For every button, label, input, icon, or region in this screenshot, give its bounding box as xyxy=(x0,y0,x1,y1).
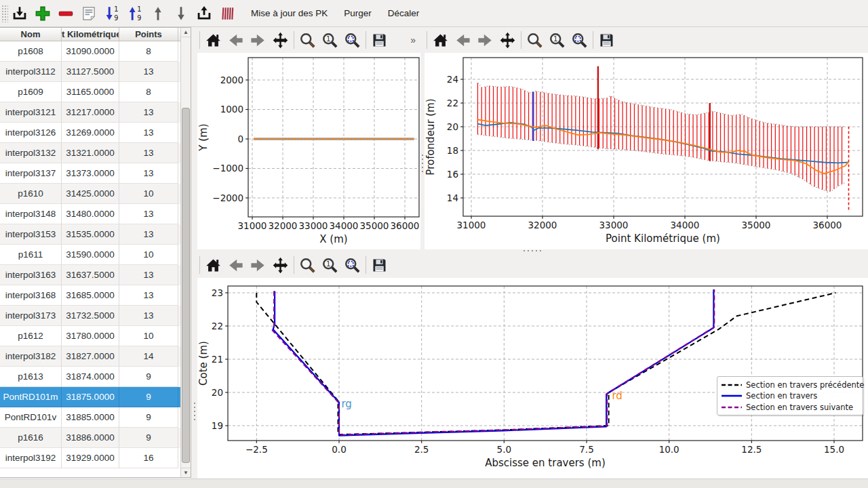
pan-icon[interactable] xyxy=(269,29,292,52)
table-row[interactable]: p161131590.000010 xyxy=(0,245,191,265)
section-bars xyxy=(477,83,842,191)
column-header-nom[interactable]: Nom xyxy=(0,28,62,41)
sort-asc-icon[interactable]: 19 xyxy=(123,2,146,25)
table-row[interactable]: p161331874.00009 xyxy=(0,367,191,387)
table-scrollbar[interactable]: ▲ ▼ xyxy=(180,28,191,477)
scrollbar-thumb[interactable] xyxy=(182,108,190,463)
table-cell: p1608 xyxy=(0,41,62,62)
zoom-rect-icon[interactable] xyxy=(341,29,363,52)
plot-toolbar-section: 1 xyxy=(197,252,868,278)
toolbar-overflow-chevron[interactable]: » xyxy=(410,35,415,45)
table-row[interactable]: interpol319231929.000016 xyxy=(0,448,191,468)
table-cell: 31480.0000 xyxy=(62,204,119,224)
table-row[interactable]: PontRD101m31875.00009 xyxy=(0,387,191,407)
svg-text:−1000: −1000 xyxy=(212,163,243,174)
stripes-icon[interactable] xyxy=(216,2,239,25)
column-header-points[interactable]: Points xyxy=(119,28,178,41)
table-cell: 31885.0000 xyxy=(62,407,119,428)
pan-icon[interactable] xyxy=(496,29,519,52)
toolbar-button-mise-a-jour-pk[interactable]: Mise à jour des PK xyxy=(243,2,336,25)
table-row[interactable]: interpol316331637.500013 xyxy=(0,265,191,285)
svg-text:1: 1 xyxy=(326,35,330,42)
svg-text:2.5: 2.5 xyxy=(414,444,429,455)
table-cell: 31217.0000 xyxy=(62,102,119,123)
table-row[interactable]: interpol318231827.000014 xyxy=(0,346,191,367)
home-icon[interactable] xyxy=(429,29,452,52)
table-row[interactable]: p161231780.000010 xyxy=(0,326,191,346)
table-cell: 31875.0000 xyxy=(62,387,119,407)
export-icon[interactable] xyxy=(193,2,216,25)
table-cell: 10 xyxy=(119,184,178,204)
home-icon[interactable] xyxy=(202,254,224,277)
toolbar-button-decaler[interactable]: Décaler xyxy=(380,2,428,25)
table-row[interactable]: p161631886.00009 xyxy=(0,428,191,448)
svg-text:0: 0 xyxy=(237,134,243,144)
back-icon[interactable] xyxy=(224,254,247,277)
zoom-icon[interactable] xyxy=(296,29,319,52)
zoom-one-icon[interactable]: 1 xyxy=(319,29,341,52)
zoom-rect-icon[interactable] xyxy=(568,29,591,52)
down-icon[interactable] xyxy=(170,2,193,25)
x-axis-label: Point Kilométrique (m) xyxy=(606,232,720,245)
zoom-one-icon[interactable]: 1 xyxy=(546,29,568,52)
back-icon[interactable] xyxy=(224,29,247,52)
table-row[interactable]: p161031425.000010 xyxy=(0,184,191,204)
zoom-icon[interactable] xyxy=(524,29,546,52)
table-row[interactable]: interpol317331732.500013 xyxy=(0,306,191,326)
table-row[interactable]: interpol315331535.000013 xyxy=(0,224,191,245)
table-row[interactable]: interpol316831685.000013 xyxy=(0,285,191,306)
table-cell: interpol3192 xyxy=(0,448,62,468)
forward-icon[interactable] xyxy=(247,254,269,277)
save-icon[interactable] xyxy=(595,29,618,52)
table-row[interactable]: p160831090.00008 xyxy=(0,41,191,62)
table-cell: 31827.0000 xyxy=(62,346,119,367)
scrollbar-down-icon[interactable]: ▼ xyxy=(181,468,191,477)
forward-icon[interactable] xyxy=(474,29,496,52)
scrollbar-up-icon[interactable]: ▲ xyxy=(181,28,191,37)
table-row[interactable]: interpol312131217.000013 xyxy=(0,102,191,123)
zoom-rect-icon[interactable] xyxy=(341,254,363,277)
table-row[interactable]: interpol313231321.000013 xyxy=(0,143,191,163)
table-row[interactable]: interpol313731373.000013 xyxy=(0,163,191,184)
table-cell: interpol3112 xyxy=(0,62,62,82)
remove-icon[interactable] xyxy=(54,2,77,25)
sort-desc-icon[interactable]: 19 xyxy=(100,2,123,25)
table-cell: p1616 xyxy=(0,428,62,448)
zoom-one-icon[interactable]: 1 xyxy=(319,254,341,277)
save-icon[interactable] xyxy=(368,29,391,52)
table-cell: 13 xyxy=(119,123,178,143)
toolbar-separator xyxy=(294,256,294,274)
vertical-splitter[interactable] xyxy=(191,27,197,479)
table-cell: interpol3168 xyxy=(0,285,62,306)
back-icon[interactable] xyxy=(452,29,474,52)
up-icon[interactable] xyxy=(146,2,170,25)
import-icon[interactable] xyxy=(8,2,31,25)
forward-icon[interactable] xyxy=(247,29,269,52)
table-cell: p1611 xyxy=(0,245,62,265)
column-header-point-kilometrique[interactable]: t Kilométrique xyxy=(62,28,119,41)
table-row[interactable]: interpol312631269.000013 xyxy=(0,123,191,143)
svg-text:22: 22 xyxy=(447,98,458,108)
svg-text:7.5: 7.5 xyxy=(579,444,593,455)
svg-text:1: 1 xyxy=(553,35,557,42)
note-icon[interactable] xyxy=(77,2,100,25)
svg-text:16: 16 xyxy=(447,169,458,180)
toolbar-grip[interactable] xyxy=(1,5,8,22)
add-icon[interactable] xyxy=(31,2,54,25)
table-row[interactable]: p160931165.00008 xyxy=(0,82,191,102)
home-icon[interactable] xyxy=(202,29,224,52)
table-cell: 31874.0000 xyxy=(62,367,119,387)
table-row[interactable]: interpol311231127.500013 xyxy=(0,62,191,82)
save-icon[interactable] xyxy=(368,254,391,277)
pan-icon[interactable] xyxy=(269,254,292,277)
y-axis-label: Profondeur (m) xyxy=(425,98,437,175)
legend-entry: Section en travers xyxy=(722,391,859,401)
tick-marks xyxy=(245,80,405,220)
table-row[interactable]: interpol314831480.000013 xyxy=(0,204,191,224)
svg-text:36000: 36000 xyxy=(391,220,420,231)
zoom-icon[interactable] xyxy=(296,254,319,277)
table-cell: 31425.0000 xyxy=(62,184,119,204)
table-body: p160831090.00008interpol311231127.500013… xyxy=(0,41,191,468)
toolbar-button-purger[interactable]: Purger xyxy=(336,2,380,25)
table-row[interactable]: PontRD101v31885.00009 xyxy=(0,407,191,428)
